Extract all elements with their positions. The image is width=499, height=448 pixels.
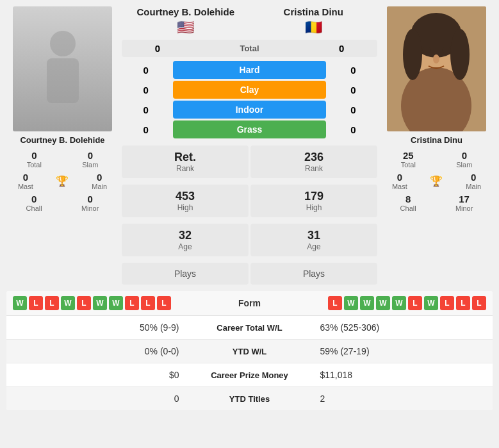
svg-point-9 xyxy=(442,47,451,53)
left-minor-value: 0 xyxy=(87,194,92,204)
total-label: Total xyxy=(188,44,311,53)
stats-right-0: 63% (525-306) xyxy=(307,322,484,333)
right-main-stat: 0 Main xyxy=(466,172,481,190)
surface-badge-indoor: Indoor xyxy=(173,101,325,119)
svg-point-10 xyxy=(433,54,439,63)
left-total-label: Total xyxy=(27,161,42,169)
form-right-badge-8: L xyxy=(456,296,470,310)
center-section: Courtney B. Dolehide 🇺🇸 Cristina Dinu 🇷🇴… xyxy=(122,6,377,285)
form-right-badge-3: W xyxy=(376,296,390,310)
left-minor-stat: 0 Minor xyxy=(81,194,99,212)
left-rank-label: Rank xyxy=(129,164,241,173)
left-player-photo xyxy=(13,6,112,131)
bottom-section: WLLWLWWLLL Form LWWWWLWLLL 50% (9-9) Car… xyxy=(6,291,493,410)
form-right-badge-9: L xyxy=(472,296,486,310)
stats-table: 50% (9-9) Career Total W/L 63% (525-306)… xyxy=(6,316,493,410)
right-mast-value: 0 xyxy=(397,172,402,183)
left-player-name: Courtney B. Dolehide xyxy=(20,135,104,145)
surface-row-hard: 0 Hard 0 xyxy=(122,61,377,79)
form-left-badge-5: W xyxy=(93,296,107,310)
left-chall-value: 0 xyxy=(31,194,37,204)
right-total-surface: 0 xyxy=(311,43,372,54)
stats-center-3: YTD Titles xyxy=(192,394,307,404)
form-left-badge-4: L xyxy=(77,296,91,310)
form-left-badge-8: L xyxy=(141,296,155,310)
stats-center-1: YTD W/L xyxy=(192,347,307,356)
form-badges-right: LWWWWLWLLL xyxy=(288,296,487,310)
surface-right-1: 0 xyxy=(329,85,377,95)
left-mast-label: Mast xyxy=(18,183,33,190)
left-age-label: Age xyxy=(129,242,241,251)
form-left-badge-0: W xyxy=(13,296,27,310)
stats-row-3: 0 YTD Titles 2 xyxy=(6,387,493,410)
form-right-badge-0: L xyxy=(328,296,342,310)
left-total-value: 0 xyxy=(31,150,37,161)
left-main-value: 0 xyxy=(97,172,102,183)
right-rank-value: 236 xyxy=(258,151,370,164)
right-high-label: High xyxy=(258,203,370,212)
form-left-badge-1: L xyxy=(29,296,43,310)
surface-badge-clay: Clay xyxy=(173,81,325,99)
form-left-badge-9: L xyxy=(157,296,171,310)
right-flag: 🇷🇴 xyxy=(250,19,378,36)
right-player-section: Cristina Dinu 25 Total 0 Slam 0 Mast 🏆 xyxy=(380,6,493,212)
right-header-name: Cristina Dinu xyxy=(250,6,378,17)
left-main-label: Main xyxy=(92,183,107,190)
right-total-value: 25 xyxy=(403,150,414,161)
surface-right-2: 0 xyxy=(329,104,377,115)
left-chall-stat: 0 Chall xyxy=(26,194,42,212)
right-high-box: 179 High xyxy=(250,185,377,217)
stats-left-0: 50% (9-9) xyxy=(16,322,192,333)
svg-point-8 xyxy=(422,47,431,53)
stats-center-0: Career Total W/L xyxy=(192,323,307,333)
left-minor-label: Minor xyxy=(81,204,99,212)
stats-row-0: 50% (9-9) Career Total W/L 63% (525-306) xyxy=(6,316,493,340)
stats-right-2: $11,018 xyxy=(307,370,484,380)
surface-row-clay: 0 Clay 0 xyxy=(122,81,377,99)
right-high-value: 179 xyxy=(258,190,370,203)
right-minor-value: 17 xyxy=(459,194,470,204)
stats-left-3: 0 xyxy=(16,394,192,404)
form-left-badge-7: L xyxy=(125,296,139,310)
surface-left-0: 0 xyxy=(122,65,170,76)
right-mast-stat: 0 Mast xyxy=(392,172,407,190)
right-age-value: 31 xyxy=(258,229,370,242)
form-left-badge-3: W xyxy=(61,296,75,310)
right-slam-stat: 0 Slam xyxy=(456,150,472,169)
form-left-badge-2: L xyxy=(45,296,59,310)
form-right-badge-2: W xyxy=(360,296,374,310)
form-right-badge-6: W xyxy=(424,296,438,310)
surface-row-indoor: 0 Indoor 0 xyxy=(122,101,377,119)
svg-point-6 xyxy=(403,29,422,80)
right-total-stat: 25 Total xyxy=(401,150,416,169)
left-total-stat: 0 Total xyxy=(27,150,42,169)
surface-badge-hard: Hard xyxy=(173,61,325,79)
left-age-value: 32 xyxy=(129,229,241,242)
stats-left-1: 0% (0-0) xyxy=(16,346,192,356)
right-chall-value: 8 xyxy=(405,194,411,204)
surface-rows: 0 Hard 0 0 Clay 0 0 Indoor 0 0 Grass 0 xyxy=(122,61,377,140)
right-chall-stat: 8 Chall xyxy=(400,194,416,212)
form-label: Form xyxy=(211,298,288,308)
stats-row-2: $0 Career Prize Money $11,018 xyxy=(6,363,493,387)
form-right-badge-7: L xyxy=(440,296,454,310)
svg-point-0 xyxy=(50,31,76,56)
right-main-label: Main xyxy=(466,183,481,190)
left-age-box: 32 Age xyxy=(122,224,249,256)
left-total-surface: 0 xyxy=(127,43,188,54)
right-age-box: 31 Age xyxy=(250,224,377,256)
stats-right-3: 2 xyxy=(307,394,484,404)
right-minor-label: Minor xyxy=(455,204,473,212)
left-slam-label: Slam xyxy=(82,161,98,169)
left-rank-value: Ret. xyxy=(129,151,241,164)
left-slam-value: 0 xyxy=(88,150,93,161)
surface-left-2: 0 xyxy=(122,104,170,115)
left-trophy-icon: 🏆 xyxy=(56,175,69,187)
svg-point-7 xyxy=(450,29,470,80)
form-left-badge-6: W xyxy=(109,296,123,310)
right-rank-label: Rank xyxy=(258,164,370,173)
stats-right-1: 59% (27-19) xyxy=(307,346,484,356)
right-slam-label: Slam xyxy=(456,161,472,169)
svg-rect-1 xyxy=(47,58,79,103)
left-high-value: 453 xyxy=(129,190,241,203)
